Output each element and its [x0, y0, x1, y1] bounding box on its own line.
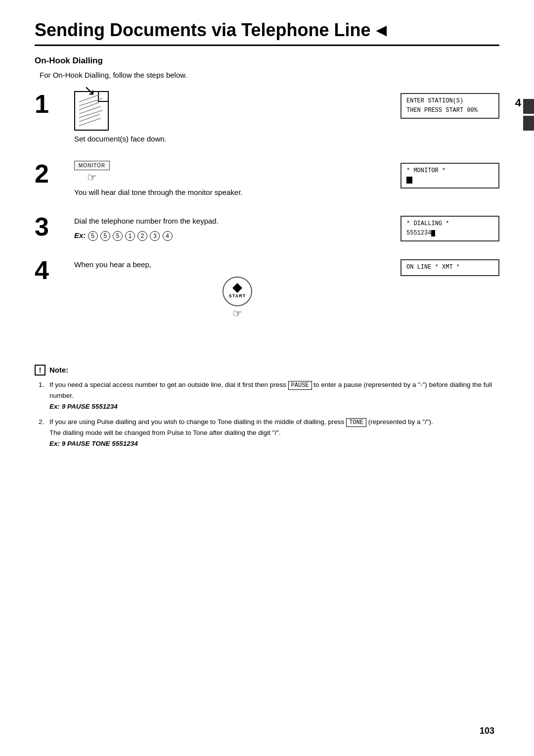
hand-pointer-icon: ☞ [87, 171, 97, 184]
svg-line-3 [79, 106, 101, 114]
step-2-lcd-line1: * MONITOR * [406, 166, 493, 176]
note-list: If you need a special access number to g… [35, 379, 499, 449]
step-1-wrapper: 1 [35, 91, 499, 145]
document-icon: ↙ [74, 91, 109, 131]
step-3-lcd-line1: * DIALLING * [406, 219, 493, 229]
note-title: Note: [49, 366, 68, 374]
step-2-left: 2 MONITOR ☞ You will hear dial tone thro… [35, 161, 400, 198]
start-button-icon: START ☞ [74, 277, 400, 320]
notes-section: ! Note: If you need a special access num… [35, 360, 499, 449]
start-hand-icon: ☞ [232, 307, 242, 320]
tab-bar-2 [523, 116, 534, 131]
step-3-text: Dial the telephone number from the keypa… [74, 216, 400, 227]
ex-digit-6: 3 [150, 231, 160, 241]
step-3-content: Dial the telephone number from the keypa… [69, 214, 400, 241]
svg-line-6 [79, 118, 101, 126]
start-button-wrap: START ☞ [74, 277, 400, 320]
intro-text: For On-Hook Dialling, follow the steps b… [40, 71, 499, 79]
start-label: START [229, 293, 246, 298]
ex-digit-7: 4 [163, 231, 173, 241]
step-3-wrapper: 3 Dial the telephone number from the key… [35, 214, 499, 241]
step-4-number: 4 [35, 257, 69, 283]
step-1-lcd: ENTER STATION(S) THEN PRESS START 00% [400, 93, 499, 119]
note-item-2: If you are using Pulse dialling and you … [49, 417, 499, 449]
step-2-text: You will hear dial tone through the moni… [74, 187, 400, 198]
step-1-right: ENTER STATION(S) THEN PRESS START 00% [400, 91, 499, 145]
step-1-lcd-line2: THEN PRESS START 00% [406, 106, 493, 115]
step-4-lcd: ON LINE * XMT * [400, 259, 499, 276]
lcd-cursor-block [406, 177, 412, 184]
step-3-lcd-line2: 5551234 [406, 229, 493, 238]
note-2-ex: Ex: 9 PAUSE TONE 5551234 [49, 440, 138, 447]
ex-digit-3: 5 [113, 231, 123, 241]
ex-digit-1: 5 [88, 231, 98, 241]
monitor-btn-label: MONITOR [74, 161, 110, 170]
ex-digit-4: 1 [125, 231, 135, 241]
note-1-ex: Ex: 9 PAUSE 5551234 [49, 403, 118, 410]
side-tab-4 [523, 99, 534, 131]
step-1-content: ↙ Set document(s) face down. [69, 91, 400, 145]
page-number: 103 [480, 726, 494, 736]
step-1-icon-area: ↙ [74, 91, 400, 131]
step-4-wrapper: 4 When you hear a beep, START ☞ [35, 257, 499, 320]
ex-digit-5: 2 [137, 231, 147, 241]
step-2-content: MONITOR ☞ You will hear dial tone throug… [69, 161, 400, 198]
tab-number: 4 [515, 96, 521, 109]
start-circle: START [222, 277, 252, 306]
page-title: Sending Documents via Telephone Line [35, 20, 370, 41]
svg-line-1 [79, 98, 102, 106]
ex-digit-2: 5 [100, 231, 110, 241]
svg-line-2 [79, 102, 99, 110]
step-1-lcd-line1: ENTER STATION(S) [406, 96, 493, 106]
step-4-lcd-line1: ON LINE * XMT * [406, 263, 493, 272]
step-3-number: 3 [35, 214, 69, 239]
svg-line-5 [79, 114, 100, 122]
step-2-right: * MONITOR * [400, 161, 499, 198]
lcd-cursor-2 [431, 230, 435, 236]
page: Sending Documents via Telephone Line ◄ O… [0, 0, 534, 756]
tab-bar-1 [523, 99, 534, 114]
section-heading: On-Hook Dialling [35, 56, 499, 66]
step-1-left: 1 [35, 91, 400, 145]
title-section: Sending Documents via Telephone Line ◄ [35, 20, 499, 46]
doc-arrow-icon: ↙ [84, 82, 95, 98]
note-item-1: If you need a special access number to g… [49, 379, 499, 412]
title-arrow: ◄ [372, 20, 390, 41]
step-3-ex: Ex: 5 5 5 1 2 3 4 [74, 231, 400, 241]
step-1-text: Set document(s) face down. [74, 134, 400, 145]
step-2-lcd-line2 [406, 176, 493, 185]
steps-container: 1 [35, 91, 499, 320]
step-2-lcd: * MONITOR * [400, 163, 499, 189]
step-3-right: * DIALLING * 5551234 [400, 214, 499, 241]
step-2-number: 2 [35, 161, 69, 187]
pause-key: PAUSE [288, 381, 312, 390]
step-1-number: 1 [35, 91, 69, 117]
step-4-content: When you hear a beep, START ☞ [69, 257, 400, 320]
svg-line-4 [79, 110, 102, 118]
step-4-left: 4 When you hear a beep, START ☞ [35, 257, 400, 320]
ex-label: Ex: [74, 231, 88, 239]
note-header: ! Note: [35, 365, 499, 376]
step-3-left: 3 Dial the telephone number from the key… [35, 214, 400, 241]
step-4-text: When you hear a beep, [74, 259, 400, 271]
start-diamond-icon [232, 283, 242, 293]
tone-key: TONE [346, 418, 366, 427]
monitor-button-icon: MONITOR ☞ [74, 161, 110, 184]
note-exclamation-icon: ! [35, 365, 45, 376]
step-3-lcd: * DIALLING * 5551234 [400, 216, 499, 241]
step-2-wrapper: 2 MONITOR ☞ You will hear dial tone thro… [35, 161, 499, 198]
step-2-icon-area: MONITOR ☞ [74, 161, 400, 184]
step-4-right: ON LINE * XMT * [400, 257, 499, 320]
